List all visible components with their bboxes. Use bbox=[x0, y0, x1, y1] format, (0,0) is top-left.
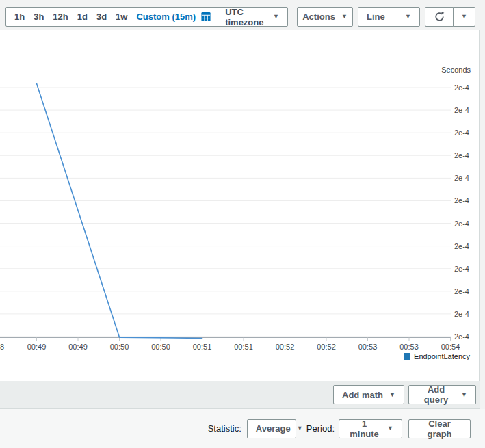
y-axis-label: 2e-4 bbox=[454, 174, 469, 182]
time-range-3d[interactable]: 3d bbox=[96, 12, 107, 22]
refresh-button-group: ▼ bbox=[425, 7, 475, 27]
time-range-12h[interactable]: 12h bbox=[53, 12, 68, 22]
period-label: Period: bbox=[306, 423, 335, 434]
x-axis-label: 00:49 bbox=[68, 343, 88, 351]
x-axis-label: 00:50 bbox=[110, 343, 129, 351]
x-axis-label: 00:53 bbox=[358, 343, 378, 351]
calendar-icon[interactable] bbox=[200, 12, 211, 22]
timezone-label: UTC timezone bbox=[225, 7, 273, 27]
refresh-icon bbox=[434, 11, 445, 23]
chevron-down-icon: ▼ bbox=[389, 392, 395, 398]
x-axis-label: 00:54 bbox=[441, 343, 460, 351]
y-axis-unit-label: Seconds bbox=[441, 66, 471, 74]
y-axis-label: 2e-4 bbox=[454, 265, 469, 273]
x-axis-label: 00:51 bbox=[234, 343, 253, 351]
toolbar: 1h 3h 12h 1d 3d 1w Custom (15m) UTC time… bbox=[5, 7, 475, 27]
y-axis-label: 2e-4 bbox=[454, 151, 469, 159]
chart-type-value: Line bbox=[367, 12, 385, 22]
statistic-period-row: Statistic: Average ▼ Period: 1 minute ▼ … bbox=[0, 409, 485, 448]
time-range-3h[interactable]: 3h bbox=[34, 12, 44, 22]
legend-label: EndpointLatency bbox=[414, 352, 470, 360]
legend-color-swatch bbox=[404, 353, 410, 360]
x-axis-label: 00:52 bbox=[317, 343, 336, 351]
add-query-button[interactable]: Add query ▼ bbox=[408, 385, 476, 404]
chevron-down-icon: ▼ bbox=[461, 392, 467, 398]
x-axis-label: 00:49 bbox=[27, 343, 47, 351]
custom-time-range-link[interactable]: Custom (15m) bbox=[136, 12, 196, 22]
timezone-dropdown[interactable]: UTC timezone ▼ bbox=[218, 7, 279, 27]
chevron-down-icon: ▼ bbox=[273, 14, 279, 20]
actions-button[interactable]: Actions ▼ bbox=[297, 7, 353, 27]
y-axis-label: 2e-4 bbox=[454, 106, 469, 114]
x-axis-label: 00:52 bbox=[276, 343, 295, 351]
time-range-1d[interactable]: 1d bbox=[77, 12, 88, 22]
chart-type-select[interactable]: Line ▼ bbox=[358, 7, 420, 27]
time-range-1w[interactable]: 1w bbox=[116, 12, 127, 22]
actions-button-label: Actions bbox=[302, 12, 335, 22]
add-query-label: Add query bbox=[417, 384, 455, 405]
chevron-down-icon: ▼ bbox=[297, 425, 303, 432]
metric-line-chart[interactable]: 2e-42e-42e-42e-42e-42e-42e-42e-42e-42e-4… bbox=[0, 30, 480, 381]
x-axis-label: 00:51 bbox=[193, 343, 212, 351]
x-axis-label: 8 bbox=[0, 343, 4, 351]
y-axis-label: 2e-4 bbox=[454, 242, 469, 250]
period-select[interactable]: 1 minute ▼ bbox=[339, 419, 402, 438]
y-axis-label: 2e-4 bbox=[454, 332, 469, 341]
period-value: 1 minute bbox=[348, 419, 381, 439]
add-math-button[interactable]: Add math ▼ bbox=[333, 385, 404, 404]
x-axis-label: 00:53 bbox=[399, 343, 419, 351]
y-axis-label: 2e-4 bbox=[454, 287, 469, 295]
statistic-value: Average bbox=[256, 423, 291, 434]
refresh-options-button[interactable]: ▼ bbox=[453, 7, 475, 27]
chevron-down-icon: ▼ bbox=[405, 14, 411, 20]
add-math-label: Add math bbox=[342, 390, 383, 400]
legend-item-endpointlatency[interactable]: EndpointLatency bbox=[404, 352, 470, 360]
chart-panel: 2e-42e-42e-42e-42e-42e-42e-42e-42e-42e-4… bbox=[0, 30, 480, 381]
query-actions-row: Add math ▼ Add query ▼ bbox=[0, 381, 480, 409]
chevron-down-icon: ▼ bbox=[341, 14, 348, 20]
y-axis-label: 2e-4 bbox=[454, 310, 469, 318]
time-range-selector: 1h 3h 12h 1d 3d 1w Custom (15m) UTC time… bbox=[5, 7, 288, 27]
clear-graph-button[interactable]: Clear graph bbox=[408, 419, 471, 438]
statistic-label: Statistic: bbox=[208, 423, 241, 434]
chevron-down-icon: ▼ bbox=[461, 14, 467, 20]
y-axis-label: 2e-4 bbox=[454, 83, 469, 92]
clear-graph-label: Clear graph bbox=[417, 419, 462, 439]
chevron-down-icon: ▼ bbox=[387, 425, 393, 432]
statistic-select[interactable]: Average ▼ bbox=[247, 419, 296, 438]
time-range-1h[interactable]: 1h bbox=[14, 12, 25, 22]
series-line-EndpointLatency[interactable] bbox=[37, 83, 202, 338]
refresh-button[interactable] bbox=[425, 7, 454, 27]
y-axis-label: 2e-4 bbox=[454, 196, 469, 205]
y-axis-label: 2e-4 bbox=[454, 129, 469, 137]
y-axis-label: 2e-4 bbox=[454, 220, 469, 228]
x-axis-label: 00:50 bbox=[151, 343, 170, 351]
